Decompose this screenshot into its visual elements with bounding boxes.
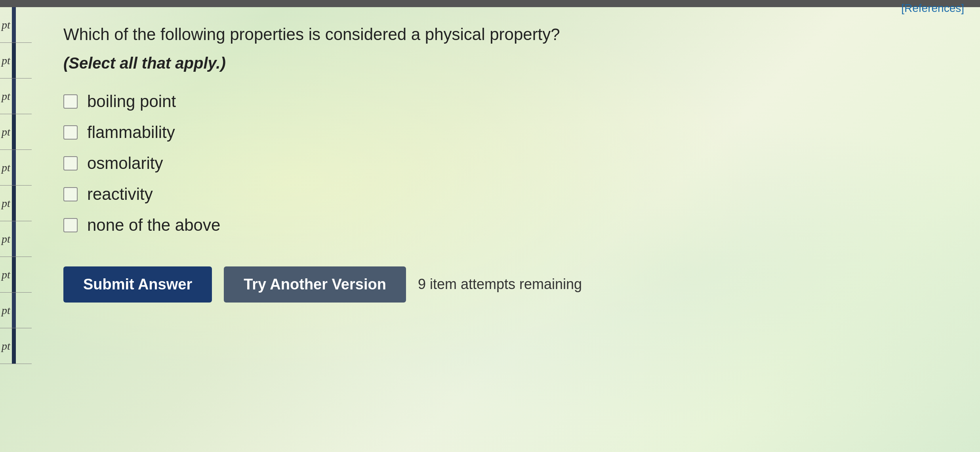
option-label-none-above: none of the above: [87, 216, 220, 235]
pt-label: pt: [0, 257, 12, 292]
top-bar: [0, 0, 980, 7]
sidebar-item: pt: [0, 328, 32, 364]
checkbox-reactivity[interactable]: [63, 187, 78, 201]
option-label-flammability: flammability: [87, 123, 175, 142]
attempts-remaining-text: 9 item attempts remaining: [418, 276, 582, 293]
option-osmolarity[interactable]: osmolarity: [63, 154, 956, 173]
checkbox-none-above[interactable]: [63, 218, 78, 232]
pt-label: pt: [0, 79, 12, 114]
pt-bar: [12, 79, 16, 114]
pt-bar: [12, 293, 16, 328]
pt-label: pt: [0, 150, 12, 185]
pt-label: pt: [0, 221, 12, 257]
sidebar-item: pt: [0, 114, 32, 150]
sidebar-item: pt: [0, 79, 32, 114]
pt-label: pt: [0, 293, 12, 328]
pt-bar: [12, 221, 16, 257]
pt-bar: [12, 186, 16, 221]
option-flammability[interactable]: flammability: [63, 123, 956, 142]
pt-bar: [12, 114, 16, 149]
main-content: Which of the following properties is con…: [32, 7, 980, 452]
pt-bar: [12, 43, 16, 78]
select-all-instruction: (Select all that apply.): [63, 54, 956, 72]
pt-label: pt: [0, 186, 12, 221]
pt-bar: [12, 328, 16, 364]
checkbox-boiling-point[interactable]: [63, 94, 78, 109]
option-label-boiling-point: boiling point: [87, 92, 176, 111]
question-text: Which of the following properties is con…: [63, 23, 956, 46]
submit-answer-button[interactable]: Submit Answer: [63, 266, 212, 303]
sidebar-item: pt: [0, 7, 32, 43]
buttons-row: Submit Answer Try Another Version 9 item…: [63, 266, 956, 303]
sidebar-item: pt: [0, 257, 32, 293]
pt-label: pt: [0, 114, 12, 149]
pt-bar: [12, 7, 16, 42]
option-boiling-point[interactable]: boiling point: [63, 92, 956, 111]
option-none-above[interactable]: none of the above: [63, 216, 956, 235]
sidebar-item: pt: [0, 43, 32, 79]
pt-label: pt: [0, 328, 12, 364]
pt-bar: [12, 150, 16, 185]
sidebar: pt pt pt pt pt pt pt pt pt pt: [0, 7, 32, 452]
sidebar-item: pt: [0, 186, 32, 221]
pt-bar: [12, 257, 16, 292]
option-reactivity[interactable]: reactivity: [63, 185, 956, 204]
pt-label: pt: [0, 43, 12, 78]
checkbox-osmolarity[interactable]: [63, 156, 78, 170]
checkbox-flammability[interactable]: [63, 125, 78, 140]
sidebar-item: pt: [0, 150, 32, 186]
option-label-reactivity: reactivity: [87, 185, 153, 204]
try-another-version-button[interactable]: Try Another Version: [224, 266, 406, 303]
sidebar-item: pt: [0, 221, 32, 257]
option-label-osmolarity: osmolarity: [87, 154, 163, 173]
sidebar-item: pt: [0, 293, 32, 328]
pt-label: pt: [0, 7, 12, 42]
options-list: boiling point flammability osmolarity re…: [63, 92, 956, 235]
